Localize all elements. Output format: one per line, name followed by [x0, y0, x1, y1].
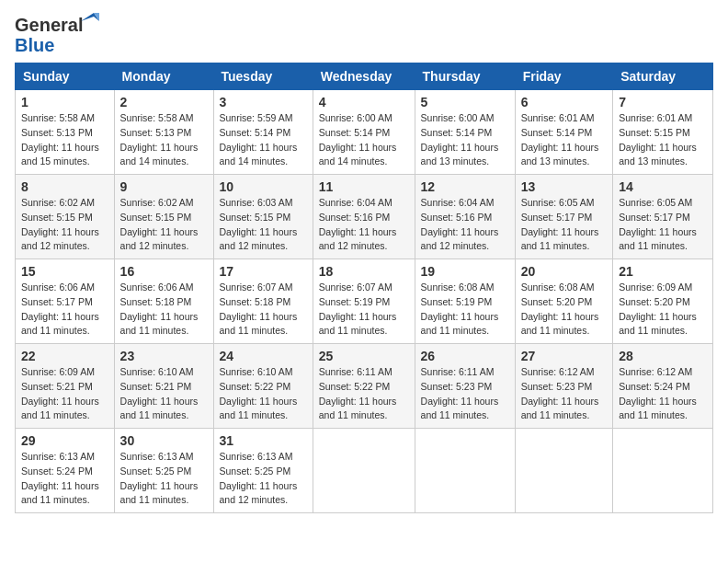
daylight-label: Daylight: 11 hours and 11 minutes. [319, 311, 397, 337]
day-number: 9 [120, 179, 208, 194]
sunset-label: Sunset: 5:14 PM [220, 127, 291, 138]
calendar-cell: 21 Sunrise: 6:09 AM Sunset: 5:20 PM Dayl… [613, 259, 713, 344]
calendar-week-5: 29 Sunrise: 6:13 AM Sunset: 5:24 PM Dayl… [16, 429, 713, 513]
daylight-label: Daylight: 11 hours and 13 minutes. [421, 142, 499, 167]
day-number: 2 [120, 95, 208, 109]
sunrise-label: Sunrise: 6:02 AM [120, 197, 194, 208]
daylight-label: Daylight: 11 hours and 11 minutes. [619, 311, 697, 337]
day-info: Sunrise: 6:13 AM Sunset: 5:25 PM Dayligh… [120, 450, 208, 508]
calendar-cell: 23 Sunrise: 6:10 AM Sunset: 5:21 PM Dayl… [114, 344, 213, 429]
sunset-label: Sunset: 5:15 PM [619, 127, 690, 138]
daylight-label: Daylight: 11 hours and 12 minutes. [319, 226, 397, 252]
sunrise-label: Sunrise: 6:04 AM [319, 197, 392, 208]
day-number: 19 [421, 264, 509, 279]
sunrise-label: Sunrise: 6:12 AM [521, 366, 595, 377]
sunrise-label: Sunrise: 5:59 AM [220, 112, 293, 123]
day-number: 15 [21, 264, 108, 279]
sunrise-label: Sunrise: 6:08 AM [521, 282, 595, 293]
sunrise-label: Sunrise: 6:11 AM [319, 366, 392, 377]
day-number: 4 [319, 95, 409, 109]
day-info: Sunrise: 6:05 AM Sunset: 5:17 PM Dayligh… [619, 196, 707, 254]
calendar-cell: 7 Sunrise: 6:01 AM Sunset: 5:15 PM Dayli… [613, 90, 713, 175]
day-info: Sunrise: 6:03 AM Sunset: 5:15 PM Dayligh… [220, 196, 307, 254]
page-header: General Blue [15, 15, 713, 55]
day-info: Sunrise: 6:06 AM Sunset: 5:17 PM Dayligh… [21, 281, 108, 339]
sunset-label: Sunset: 5:13 PM [120, 127, 192, 138]
weekday-header-wednesday: Wednesday [313, 63, 415, 90]
calendar-cell: 13 Sunrise: 6:05 AM Sunset: 5:17 PM Dayl… [515, 175, 613, 259]
logo-blue: Blue [15, 35, 83, 55]
day-info: Sunrise: 6:12 AM Sunset: 5:23 PM Dayligh… [521, 365, 608, 423]
day-info: Sunrise: 6:00 AM Sunset: 5:14 PM Dayligh… [421, 111, 509, 169]
day-number: 11 [319, 179, 409, 194]
sunrise-label: Sunrise: 6:07 AM [319, 282, 392, 293]
daylight-label: Daylight: 11 hours and 12 minutes. [220, 226, 298, 252]
daylight-label: Daylight: 11 hours and 13 minutes. [521, 142, 599, 167]
day-info: Sunrise: 6:06 AM Sunset: 5:18 PM Dayligh… [120, 281, 208, 339]
sunset-label: Sunset: 5:17 PM [21, 296, 93, 307]
day-info: Sunrise: 5:59 AM Sunset: 5:14 PM Dayligh… [220, 111, 307, 169]
day-number: 27 [521, 349, 608, 363]
sunset-label: Sunset: 5:22 PM [319, 381, 391, 392]
sunset-label: Sunset: 5:18 PM [120, 296, 192, 307]
day-info: Sunrise: 6:10 AM Sunset: 5:22 PM Dayligh… [220, 365, 307, 423]
sunset-label: Sunset: 5:15 PM [21, 212, 93, 223]
day-number: 22 [21, 349, 108, 363]
daylight-label: Daylight: 11 hours and 11 minutes. [120, 396, 199, 421]
day-info: Sunrise: 6:08 AM Sunset: 5:20 PM Dayligh… [521, 281, 608, 339]
day-info: Sunrise: 6:05 AM Sunset: 5:17 PM Dayligh… [521, 196, 608, 254]
sunset-label: Sunset: 5:24 PM [619, 381, 690, 392]
sunrise-label: Sunrise: 6:10 AM [220, 366, 293, 377]
calendar-cell: 8 Sunrise: 6:02 AM Sunset: 5:15 PM Dayli… [16, 175, 115, 259]
daylight-label: Daylight: 11 hours and 11 minutes. [120, 480, 199, 506]
day-info: Sunrise: 6:11 AM Sunset: 5:22 PM Dayligh… [319, 365, 409, 423]
calendar-cell: 28 Sunrise: 6:12 AM Sunset: 5:24 PM Dayl… [613, 344, 713, 429]
day-info: Sunrise: 6:01 AM Sunset: 5:14 PM Dayligh… [521, 111, 608, 169]
sunset-label: Sunset: 5:21 PM [21, 381, 93, 392]
calendar-week-2: 8 Sunrise: 6:02 AM Sunset: 5:15 PM Dayli… [16, 175, 713, 259]
daylight-label: Daylight: 11 hours and 14 minutes. [319, 142, 397, 167]
day-info: Sunrise: 5:58 AM Sunset: 5:13 PM Dayligh… [120, 111, 208, 169]
day-number: 17 [220, 264, 307, 279]
daylight-label: Daylight: 11 hours and 11 minutes. [220, 311, 298, 337]
day-number: 25 [319, 349, 409, 363]
sunrise-label: Sunrise: 6:04 AM [421, 197, 495, 208]
calendar-cell: 10 Sunrise: 6:03 AM Sunset: 5:15 PM Dayl… [213, 175, 313, 259]
sunrise-label: Sunrise: 6:07 AM [220, 282, 293, 293]
daylight-label: Daylight: 11 hours and 14 minutes. [120, 142, 199, 167]
sunset-label: Sunset: 5:25 PM [120, 465, 192, 477]
day-info: Sunrise: 6:13 AM Sunset: 5:25 PM Dayligh… [220, 450, 307, 508]
daylight-label: Daylight: 11 hours and 11 minutes. [619, 226, 697, 252]
day-number: 31 [220, 433, 307, 448]
calendar-table: SundayMondayTuesdayWednesdayThursdayFrid… [15, 63, 713, 513]
calendar-cell [613, 429, 713, 513]
sunset-label: Sunset: 5:20 PM [619, 296, 690, 307]
day-info: Sunrise: 6:04 AM Sunset: 5:16 PM Dayligh… [319, 196, 409, 254]
daylight-label: Daylight: 11 hours and 11 minutes. [521, 311, 599, 337]
day-number: 14 [619, 179, 707, 194]
day-info: Sunrise: 6:01 AM Sunset: 5:15 PM Dayligh… [619, 111, 707, 169]
sunrise-label: Sunrise: 6:09 AM [21, 366, 95, 377]
sunset-label: Sunset: 5:18 PM [220, 296, 291, 307]
sunrise-label: Sunrise: 6:10 AM [120, 366, 194, 377]
daylight-label: Daylight: 11 hours and 11 minutes. [220, 396, 298, 421]
daylight-label: Daylight: 11 hours and 11 minutes. [619, 396, 697, 421]
sunrise-label: Sunrise: 6:00 AM [319, 112, 392, 123]
day-info: Sunrise: 6:07 AM Sunset: 5:18 PM Dayligh… [220, 281, 307, 339]
weekday-header-tuesday: Tuesday [213, 63, 313, 90]
calendar-cell: 11 Sunrise: 6:04 AM Sunset: 5:16 PM Dayl… [313, 175, 415, 259]
daylight-label: Daylight: 11 hours and 11 minutes. [521, 396, 599, 421]
day-info: Sunrise: 6:13 AM Sunset: 5:24 PM Dayligh… [21, 450, 108, 508]
daylight-label: Daylight: 11 hours and 11 minutes. [21, 396, 99, 421]
day-number: 21 [619, 264, 707, 279]
sunset-label: Sunset: 5:21 PM [120, 381, 192, 392]
day-number: 23 [120, 349, 208, 363]
calendar-cell: 25 Sunrise: 6:11 AM Sunset: 5:22 PM Dayl… [313, 344, 415, 429]
sunrise-label: Sunrise: 6:05 AM [619, 197, 692, 208]
calendar-cell: 3 Sunrise: 5:59 AM Sunset: 5:14 PM Dayli… [213, 90, 313, 175]
weekday-header-thursday: Thursday [415, 63, 515, 90]
day-number: 8 [21, 179, 108, 194]
sunset-label: Sunset: 5:17 PM [619, 212, 690, 223]
daylight-label: Daylight: 11 hours and 15 minutes. [21, 142, 99, 167]
sunrise-label: Sunrise: 6:13 AM [120, 451, 194, 462]
